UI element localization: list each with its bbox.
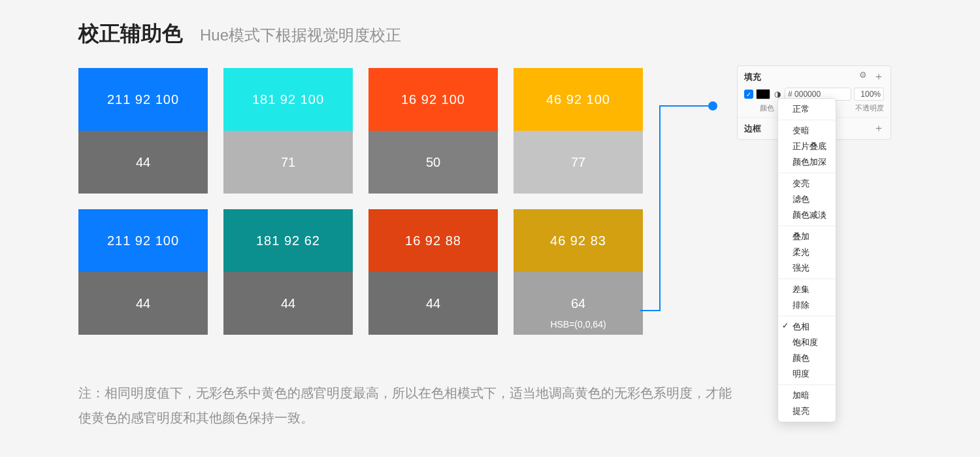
swatch-hsb-label: 181 92 62 — [223, 209, 353, 272]
blend-mode-item[interactable]: 叠加 — [778, 229, 836, 245]
menu-separator — [778, 384, 836, 385]
swatch-hsb-label: 181 92 100 — [223, 68, 353, 131]
page-title: 校正辅助色 — [78, 20, 183, 48]
swatch-hsb-label: 16 92 100 — [368, 68, 498, 131]
gear-icon[interactable]: ⚙ — [859, 70, 867, 84]
menu-separator — [778, 316, 836, 316]
swatch-hsb-label: 211 92 100 — [78, 68, 208, 131]
swatch-hsb-note: HSB=(0,0,64) — [550, 319, 606, 330]
fill-enabled-checkbox[interactable]: ✓ — [744, 90, 753, 99]
color-swatch: 16 92 10050 — [368, 68, 498, 194]
sublabel-color: 颜色 — [760, 103, 774, 113]
blend-mode-item[interactable]: 排除 — [778, 297, 836, 313]
connector-dot — [708, 101, 717, 110]
swatch-brightness-label: 44 — [368, 272, 498, 335]
color-swatch: 181 92 10071 — [223, 68, 353, 194]
swatch-brightness-label: 50 — [368, 131, 498, 194]
blend-mode-item[interactable]: 柔光 — [778, 245, 836, 260]
blend-mode-item[interactable]: 正常 — [778, 101, 836, 117]
blend-mode-item[interactable]: 正片叠底 — [778, 139, 836, 154]
swatch-hsb-label: 211 92 100 — [78, 209, 208, 272]
menu-separator — [778, 120, 836, 120]
blend-mode-item[interactable]: 滤色 — [778, 192, 836, 207]
footnote: 注：相同明度值下，无彩色系中黄色的感官明度最高，所以在色相模式下，适当地调高黄色… — [78, 381, 738, 430]
add-border-button[interactable]: ＋ — [874, 122, 884, 135]
blend-mode-icon[interactable]: ◑ — [773, 90, 782, 99]
footnote-text: 相同明度值下，无彩色系中黄色的感官明度最高，所以在色相模式下，适当地调高黄色的无… — [78, 386, 732, 425]
blend-mode-item[interactable]: 加暗 — [778, 388, 836, 403]
blend-mode-item[interactable]: 强光 — [778, 260, 836, 276]
swatch-brightness-label: 71 — [223, 131, 353, 194]
swatch-hsb-label: 46 92 100 — [514, 68, 643, 131]
swatch-grid: 211 92 10044181 92 1007116 92 1005046 92… — [78, 68, 640, 335]
swatch-hsb-label: 16 92 88 — [368, 209, 498, 272]
blend-mode-item[interactable]: 提亮 — [778, 403, 836, 419]
blend-mode-item[interactable]: 明度 — [778, 366, 836, 382]
blend-mode-item[interactable]: 变亮 — [778, 176, 836, 192]
blend-mode-menu: 正常变暗正片叠底颜色加深变亮滤色颜色减淡叠加柔光强光差集排除色相饱和度颜色明度加… — [777, 98, 836, 422]
opacity-field[interactable]: 100% — [854, 88, 884, 101]
color-swatch: 46 92 8364HSB=(0,0,64) — [514, 209, 643, 335]
fill-section-label: 填充 — [744, 71, 761, 83]
blend-mode-item[interactable]: 色相 — [778, 319, 836, 335]
color-swatch: 16 92 8844 — [368, 209, 498, 335]
swatch-brightness-label: 44 — [78, 272, 208, 335]
swatch-brightness-label: 64HSB=(0,0,64) — [514, 272, 643, 335]
blend-mode-item[interactable]: 颜色加深 — [778, 154, 836, 170]
sublabel-opacity: 不透明度 — [855, 103, 884, 113]
blend-mode-item[interactable]: 变暗 — [778, 123, 836, 139]
menu-separator — [778, 279, 836, 279]
blend-mode-item[interactable]: 颜色 — [778, 350, 836, 366]
footnote-prefix: 注： — [78, 386, 105, 400]
menu-separator — [778, 173, 836, 173]
blend-mode-item[interactable]: 饱和度 — [778, 335, 836, 350]
menu-separator — [778, 226, 836, 226]
add-fill-button[interactable]: ＋ — [874, 70, 884, 84]
fill-color-swatch[interactable] — [756, 89, 770, 99]
border-section-label: 边框 — [744, 123, 761, 135]
page-subtitle: Hue模式下根据视觉明度校正 — [200, 25, 401, 46]
swatch-hsb-label: 46 92 83 — [514, 209, 643, 272]
color-swatch: 46 92 10077 — [514, 68, 643, 194]
swatch-brightness-label: 44 — [78, 131, 208, 194]
color-swatch: 181 92 6244 — [223, 209, 353, 335]
blend-mode-item[interactable]: 差集 — [778, 282, 836, 297]
swatch-brightness-label: 44 — [223, 272, 353, 335]
blend-mode-item[interactable]: 颜色减淡 — [778, 207, 836, 223]
swatch-brightness-label: 77 — [514, 131, 643, 194]
color-swatch: 211 92 10044 — [78, 68, 208, 194]
color-swatch: 211 92 10044 — [78, 209, 208, 335]
